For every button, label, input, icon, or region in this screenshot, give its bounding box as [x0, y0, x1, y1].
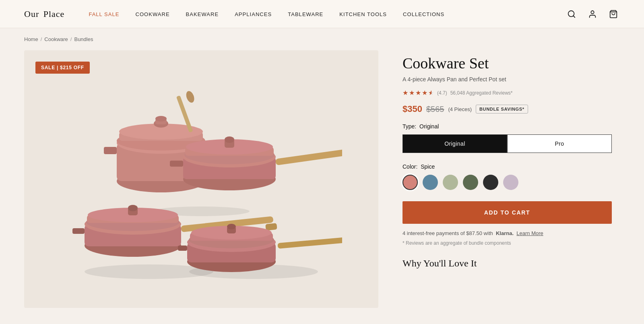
price-row: $350 $565 (4 Pieces) BUNDLE SAVINGS* — [402, 104, 612, 114]
type-selected-value: Original — [419, 123, 439, 130]
breadcrumb-section: Home / Cookware / Bundles — [0, 28, 644, 50]
product-info: Cookware Set A 4-piece Always Pan and Pe… — [378, 50, 620, 308]
star-2: ★ — [409, 89, 415, 97]
breadcrumb-cookware[interactable]: Cookware — [44, 36, 68, 42]
price-current: $350 — [402, 104, 422, 114]
breadcrumb-sep1: / — [41, 36, 42, 42]
sale-badge: SALE | $215 OFF — [35, 62, 90, 74]
klarna-brand: Klarna. — [496, 230, 514, 236]
star-3: ★ — [415, 89, 421, 97]
breadcrumb-current: Bundles — [74, 36, 93, 42]
svg-rect-53 — [178, 246, 187, 251]
account-icon — [588, 10, 597, 19]
product-subtitle: A 4-piece Always Pan and Perfect Pot set — [402, 76, 612, 83]
account-button[interactable] — [586, 8, 599, 21]
brand-name-part2: Place — [43, 9, 65, 19]
cart-button[interactable] — [607, 8, 620, 21]
svg-point-18 — [185, 90, 196, 103]
svg-rect-19 — [104, 147, 117, 154]
rating-row: ★ ★ ★ ★ ★ ★ (4.7) 56,048 Aggregated Revi… — [402, 89, 612, 97]
svg-point-16 — [155, 116, 167, 122]
why-love-heading: Why You'll Love It — [402, 258, 612, 269]
product-layout: SALE | $215 OFF — [0, 50, 644, 324]
color-swatch-blue[interactable] — [423, 175, 438, 190]
star-1: ★ — [402, 89, 408, 97]
breadcrumb-sep2: / — [70, 36, 72, 42]
svg-rect-42 — [72, 228, 85, 234]
price-pieces: (4 Pieces) — [448, 106, 472, 112]
search-icon — [567, 10, 576, 19]
reviews-note: * Reviews are an aggregate of bundle com… — [402, 240, 612, 246]
svg-point-2 — [591, 10, 594, 13]
nav-icons — [565, 8, 620, 21]
color-label: Color: Spice — [402, 163, 612, 170]
search-button[interactable] — [565, 8, 578, 21]
svg-rect-29 — [275, 147, 342, 165]
type-pro-button[interactable]: Pro — [507, 134, 612, 153]
color-swatch-forest[interactable] — [463, 175, 478, 190]
cart-icon — [609, 10, 618, 19]
star-half: ★ ★ — [428, 89, 434, 97]
color-swatch-char[interactable] — [483, 175, 498, 190]
product-image-container: SALE | $215 OFF — [24, 50, 378, 308]
nav-fall-sale[interactable]: FALL SALE — [89, 11, 119, 17]
product-title: Cookware Set — [402, 54, 612, 72]
product-image-area: SALE | $215 OFF — [24, 50, 378, 308]
brand-logo[interactable]: Our Place — [24, 9, 64, 19]
type-original-button[interactable]: Original — [402, 134, 507, 153]
rating-count: 56,048 Aggregated Reviews* — [450, 90, 513, 96]
type-buttons: Original Pro — [402, 134, 612, 153]
color-selected-value: Spice — [421, 163, 435, 170]
add-to-cart-button[interactable]: ADD TO CART — [402, 201, 612, 224]
bundle-badge: BUNDLE SAVINGS* — [476, 105, 528, 114]
svg-point-28 — [225, 136, 234, 143]
nav-cookware[interactable]: COOKWARE — [135, 11, 169, 17]
nav-collections[interactable]: COLLECTIONS — [403, 11, 444, 17]
nav-links: FALL SALE COOKWARE BAKEWARE APPLIANCES T… — [89, 10, 565, 18]
svg-rect-31 — [170, 161, 183, 167]
color-swatches — [402, 175, 612, 190]
navbar: Our Place FALL SALE COOKWARE BAKEWARE AP… — [0, 0, 644, 28]
svg-line-1 — [573, 16, 575, 17]
klarna-info: 4 interest-free payments of $87.50 with … — [402, 230, 612, 236]
color-swatch-spice[interactable] — [402, 175, 418, 190]
rating-score: (4.7) — [437, 90, 447, 96]
type-label: Type: Original — [402, 123, 612, 130]
cookware-illustration — [60, 74, 342, 284]
brand-name-part1: Our — [24, 9, 39, 19]
nav-bakeware[interactable]: BAKEWARE — [186, 11, 219, 17]
breadcrumb-home[interactable]: Home — [24, 36, 38, 42]
color-swatch-lavender[interactable] — [503, 175, 518, 190]
color-swatch-sage[interactable] — [443, 175, 458, 190]
nav-tableware[interactable]: TABLEWARE — [288, 11, 323, 17]
nav-appliances[interactable]: APPLIANCES — [235, 11, 272, 17]
price-original: $565 — [426, 105, 444, 114]
svg-rect-51 — [277, 235, 342, 249]
star-4: ★ — [422, 89, 427, 97]
svg-point-50 — [227, 224, 236, 229]
klarna-learn-more-link[interactable]: Learn More — [516, 230, 543, 236]
svg-point-39 — [128, 205, 138, 211]
breadcrumb: Home / Cookware / Bundles — [24, 36, 620, 42]
star-rating: ★ ★ ★ ★ ★ ★ — [402, 89, 434, 97]
nav-kitchen-tools[interactable]: KITCHEN TOOLS — [339, 11, 387, 17]
